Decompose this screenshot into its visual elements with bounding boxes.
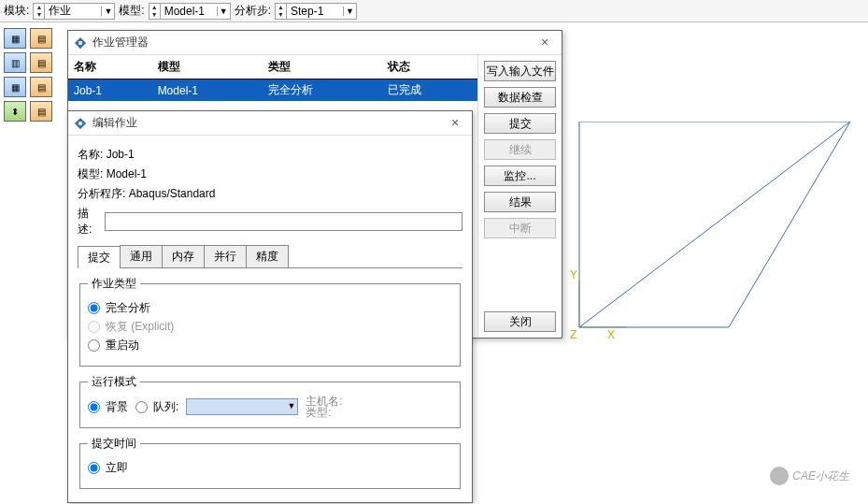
tab-general[interactable]: 通用 xyxy=(120,245,163,267)
proc-label: 分析程序: xyxy=(78,187,125,200)
module-label: 模块: xyxy=(4,3,29,19)
radio-background[interactable] xyxy=(88,401,100,413)
svg-rect-8 xyxy=(78,41,82,45)
tab-memory[interactable]: 内存 xyxy=(162,245,205,267)
tab-precision[interactable]: 精度 xyxy=(246,245,289,267)
spin-down-icon[interactable]: ▼ xyxy=(149,11,160,19)
close-button[interactable]: 关闭 xyxy=(484,311,556,332)
tool-icon-5[interactable]: ▦ xyxy=(4,77,26,97)
spin-up-icon[interactable]: ▲ xyxy=(276,4,286,11)
tool-icon-3[interactable]: ▥ xyxy=(4,52,26,73)
tool-icon-1[interactable]: ▦ xyxy=(4,28,26,49)
job-manager-titlebar[interactable]: 作业管理器 × xyxy=(68,31,562,55)
desc-label: 描述: xyxy=(78,206,101,238)
tool-icon-7[interactable]: ⬍ xyxy=(4,101,26,122)
col-type[interactable]: 类型 xyxy=(263,55,382,79)
step-label: 分析步: xyxy=(235,3,271,19)
app-logo-icon xyxy=(74,117,87,130)
model-value: Model-1 xyxy=(107,167,147,180)
job-type-group: 作业类型 完全分析 恢复 (Explicit) 重启动 xyxy=(79,276,461,367)
radio-immediate[interactable] xyxy=(88,462,100,474)
model-label: 模型: xyxy=(119,3,144,19)
submit-button[interactable]: 提交 xyxy=(484,113,556,134)
chevron-down-icon[interactable]: ▼ xyxy=(217,7,230,16)
type-label: 类型: xyxy=(306,406,331,419)
module-value: 作业 xyxy=(45,3,101,19)
tool-icon-8[interactable]: ▤ xyxy=(30,101,52,122)
module-selector[interactable]: ▲▼ 作业 ▼ xyxy=(33,3,115,20)
chevron-down-icon[interactable]: ▼ xyxy=(343,7,356,16)
run-mode-group: 运行模式 背景 队列: ▼ 主机名: 类型: xyxy=(79,374,461,428)
spin-up-icon[interactable]: ▲ xyxy=(149,4,160,11)
monitor-button[interactable]: 监控... xyxy=(484,166,556,186)
chevron-down-icon[interactable]: ▼ xyxy=(101,7,114,16)
svg-text:Y: Y xyxy=(570,268,577,281)
edit-job-title: 编辑作业 xyxy=(92,115,438,131)
data-check-button[interactable]: 数据检查 xyxy=(484,87,556,108)
tool-palette: ▦ ▤ ▥ ▤ ▦ ▤ ⬍ ▤ xyxy=(4,28,60,122)
job-manager-title: 作业管理器 xyxy=(92,35,528,50)
tab-parallel[interactable]: 并行 xyxy=(204,245,247,267)
description-input[interactable] xyxy=(105,212,462,231)
col-status[interactable]: 状态 xyxy=(382,55,477,79)
tool-icon-6[interactable]: ▤ xyxy=(30,77,52,97)
tool-icon-4[interactable]: ▤ xyxy=(30,52,52,73)
results-button[interactable]: 结果 xyxy=(484,192,556,212)
radio-queue[interactable] xyxy=(135,401,148,413)
proc-value: Abaqus/Standard xyxy=(129,187,216,200)
watermark: CAE小花生 xyxy=(770,467,849,485)
tool-icon-2[interactable]: ▤ xyxy=(30,28,52,49)
write-input-button[interactable]: 写入输入文件 xyxy=(484,61,556,81)
svg-line-6 xyxy=(579,122,850,327)
context-toolbar: 模块: ▲▼ 作业 ▼ 模型: ▲▼ Model-1 ▼ 分析步: ▲▼ Ste… xyxy=(0,0,868,22)
svg-text:X: X xyxy=(607,328,615,341)
name-value: Job-1 xyxy=(107,148,135,161)
run-mode-legend: 运行模式 xyxy=(88,374,140,390)
step-value: Step-1 xyxy=(287,5,343,18)
app-logo-icon xyxy=(74,36,87,50)
edit-job-window: 编辑作业 × 名称: Job-1 模型: Model-1 分析程序: Abaqu… xyxy=(67,110,473,503)
abort-button: 中断 xyxy=(484,218,556,238)
continue-button: 继续 xyxy=(484,139,556,160)
model-selector[interactable]: ▲▼ Model-1 ▼ xyxy=(149,3,231,20)
job-row[interactable]: Job-1 Model-1 完全分析 已完成 xyxy=(68,79,477,102)
tab-submit[interactable]: 提交 xyxy=(78,246,121,268)
model-geometry: Y X Z xyxy=(570,122,868,383)
spin-up-icon[interactable]: ▲ xyxy=(34,4,44,11)
radio-recover xyxy=(88,321,100,333)
wechat-icon xyxy=(770,467,789,485)
model-label: 模型: xyxy=(78,167,103,180)
edit-job-tabs: 提交 通用 内存 并行 精度 xyxy=(78,245,462,268)
spin-down-icon[interactable]: ▼ xyxy=(34,11,44,19)
spin-down-icon[interactable]: ▼ xyxy=(276,11,286,19)
submit-time-legend: 提交时间 xyxy=(88,436,140,452)
submit-time-group: 提交时间 立即 xyxy=(79,436,461,489)
queue-select[interactable]: ▼ xyxy=(186,398,298,415)
name-label: 名称: xyxy=(78,148,103,161)
job-action-buttons: 写入输入文件 数据检查 提交 继续 监控... 结果 中断 关闭 xyxy=(477,55,562,338)
model-value: Model-1 xyxy=(161,5,217,18)
edit-job-titlebar[interactable]: 编辑作业 × xyxy=(68,111,472,136)
radio-restart[interactable] xyxy=(88,339,100,352)
svg-text:Z: Z xyxy=(570,328,576,341)
col-model[interactable]: 模型 xyxy=(152,55,263,79)
close-icon[interactable]: × xyxy=(534,35,556,51)
step-selector[interactable]: ▲▼ Step-1 ▼ xyxy=(275,3,357,20)
svg-rect-10 xyxy=(78,122,82,125)
job-type-legend: 作业类型 xyxy=(88,276,140,292)
close-icon[interactable]: × xyxy=(444,115,466,132)
radio-full-analysis[interactable] xyxy=(88,302,100,314)
col-name[interactable]: 名称 xyxy=(68,55,152,79)
